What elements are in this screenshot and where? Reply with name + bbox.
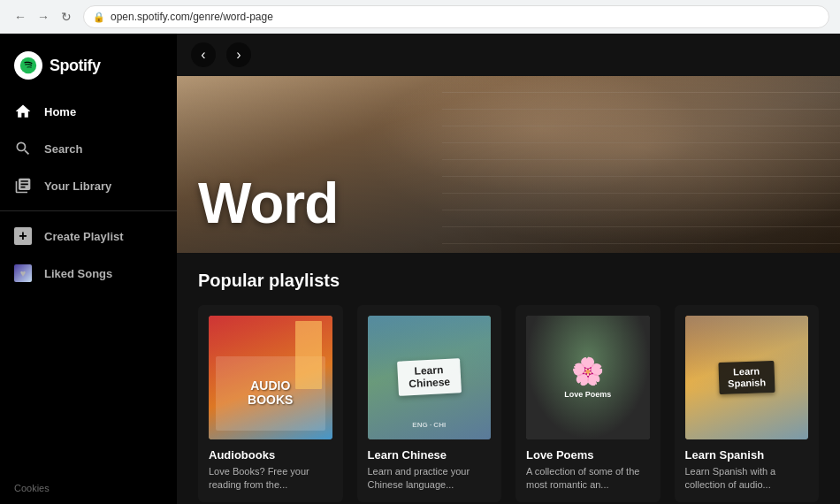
spotify-logo-icon bbox=[14, 51, 42, 80]
browser-forward-button[interactable]: → bbox=[34, 7, 53, 27]
learn-chinese-thumb-bg: LearnChinese ENG · CHI bbox=[368, 316, 492, 439]
playlist-card-audiobooks[interactable]: AUDIOBOOKS Audiobooks Love Books? Free y… bbox=[198, 305, 343, 502]
playlist-name-learn-chinese: Learn Chinese bbox=[368, 448, 492, 462]
sidebar-actions: + Create Playlist ♥ Liked Songs bbox=[0, 218, 177, 291]
playlist-card-learn-spanish[interactable]: LearnSpanish Learn Spanish Learn Spanish… bbox=[675, 305, 820, 502]
playlist-thumb-learn-chinese: LearnChinese ENG · CHI bbox=[368, 316, 492, 439]
sidebar-navigation: Home Search Your Library bbox=[0, 94, 177, 203]
spotify-name-label: Spotify bbox=[50, 57, 101, 75]
section-title: Popular playlists bbox=[198, 271, 819, 291]
playlist-thumb-audiobooks: AUDIOBOOKS bbox=[209, 316, 332, 439]
library-icon bbox=[14, 177, 32, 195]
sidebar-logo[interactable]: Spotify bbox=[0, 41, 177, 94]
popular-playlists-section: Popular playlists AUDIOBOOKS Audiobooks bbox=[177, 253, 840, 504]
address-bar[interactable]: 🔒 open.spotify.com/genre/word-page bbox=[83, 5, 829, 28]
playlist-card-learn-chinese[interactable]: LearnChinese ENG · CHI Learn Chinese Lea… bbox=[357, 305, 502, 502]
playlist-card-love-poems[interactable]: 🌸 Love Poems Love Poems A collection of … bbox=[515, 305, 661, 502]
main-content: ‹ › Word Popular playlists AUDIO bbox=[177, 34, 840, 504]
nav-back-arrow[interactable]: ‹ bbox=[191, 42, 216, 67]
browser-nav-buttons: ← → ↻ bbox=[11, 7, 76, 27]
search-icon bbox=[14, 140, 32, 157]
sidebar-search-label: Search bbox=[44, 142, 82, 156]
playlist-name-love-poems: Love Poems bbox=[526, 448, 650, 462]
svg-point-0 bbox=[20, 57, 36, 73]
browser-chrome: ← → ↻ 🔒 open.spotify.com/genre/word-page bbox=[0, 0, 840, 34]
playlist-thumb-learn-spanish: LearnSpanish bbox=[685, 316, 809, 439]
cookies-label: Cookies bbox=[0, 472, 177, 504]
sidebar-divider bbox=[0, 210, 177, 211]
love-poems-thumb-bg: 🌸 Love Poems bbox=[526, 316, 650, 439]
home-icon bbox=[14, 103, 32, 120]
browser-back-button[interactable]: ← bbox=[11, 7, 30, 27]
playlist-grid: AUDIOBOOKS Audiobooks Love Books? Free y… bbox=[198, 305, 819, 502]
sidebar-item-library[interactable]: Your Library bbox=[7, 168, 170, 203]
playlist-name-learn-spanish: Learn Spanish bbox=[685, 448, 809, 462]
playlist-desc-learn-chinese: Learn and practice your Chinese language… bbox=[368, 465, 492, 493]
playlist-thumb-love-poems: 🌸 Love Poems bbox=[526, 316, 650, 439]
sidebar-item-search[interactable]: Search bbox=[7, 131, 170, 166]
sidebar-create-playlist-label: Create Playlist bbox=[44, 230, 124, 243]
hero-banner: Word bbox=[177, 76, 840, 253]
learn-spanish-thumb-bg: LearnSpanish bbox=[685, 316, 809, 439]
main-header: ‹ › bbox=[177, 34, 840, 76]
app-container: Spotify Home Search bbox=[0, 34, 840, 504]
sidebar-item-home[interactable]: Home bbox=[7, 94, 170, 129]
audiobooks-thumb-bg: AUDIOBOOKS bbox=[209, 316, 332, 439]
playlist-name-audiobooks: Audiobooks bbox=[209, 448, 332, 462]
learn-chinese-sub: ENG · CHI bbox=[412, 421, 446, 429]
hero-title: Word bbox=[198, 175, 338, 232]
sidebar-liked-songs-label: Liked Songs bbox=[44, 267, 112, 280]
browser-reload-button[interactable]: ↻ bbox=[57, 7, 76, 27]
nav-forward-arrow[interactable]: › bbox=[226, 42, 251, 67]
playlist-desc-love-poems: A collection of some of the most romanti… bbox=[526, 465, 650, 493]
sidebar-item-liked-songs[interactable]: ♥ Liked Songs bbox=[7, 256, 170, 291]
playlist-desc-learn-spanish: Learn Spanish with a collection of audio… bbox=[685, 465, 809, 493]
playlist-desc-audiobooks: Love Books? Free your reading from the..… bbox=[209, 465, 332, 493]
url-text: open.spotify.com/genre/word-page bbox=[111, 11, 273, 23]
sidebar-home-label: Home bbox=[44, 105, 76, 118]
sidebar-item-create-playlist[interactable]: + Create Playlist bbox=[7, 218, 170, 254]
plus-icon: + bbox=[14, 227, 32, 245]
sidebar-library-label: Your Library bbox=[44, 179, 111, 193]
heart-icon: ♥ bbox=[14, 264, 32, 282]
sidebar: Spotify Home Search bbox=[0, 34, 177, 504]
lock-icon: 🔒 bbox=[93, 11, 105, 23]
